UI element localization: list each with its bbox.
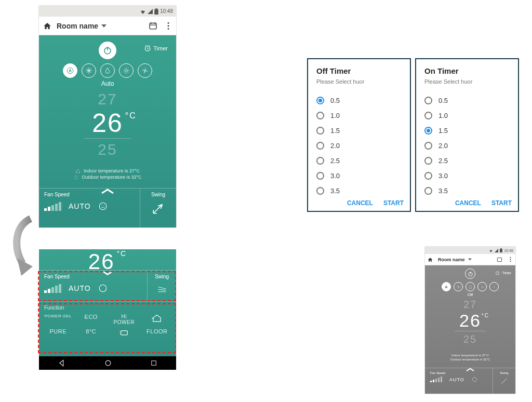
fn-comfort[interactable]: [110, 328, 138, 338]
calendar-icon[interactable]: [149, 21, 157, 30]
off-cancel-button[interactable]: CANCEL: [347, 199, 373, 207]
home-icon[interactable]: [428, 257, 433, 262]
timer-option-label: 3.5: [438, 187, 448, 195]
fanspeed-bars[interactable]: [44, 202, 61, 211]
timer-option-label: 0.5: [438, 97, 448, 104]
quiet-icon[interactable]: [472, 377, 477, 382]
mode-auto-button[interactable]: A: [63, 63, 77, 78]
swing-icon[interactable]: [152, 202, 165, 215]
timer-option[interactable]: 2.0: [416, 138, 518, 153]
home-icon[interactable]: [43, 22, 51, 30]
fanspeed-bars[interactable]: [44, 284, 61, 293]
temp-decrease[interactable]: 25: [84, 138, 131, 158]
signal-icon: [495, 249, 498, 252]
timer-option[interactable]: 2.5: [416, 153, 518, 168]
fanspeed-heading: Fan Speed: [44, 192, 135, 197]
function-heading: Function: [44, 305, 171, 311]
timer-option-label: 2.5: [438, 157, 448, 165]
mode-fan-button[interactable]: [489, 282, 499, 291]
fn-home[interactable]: [143, 314, 171, 325]
timer-option[interactable]: 3.5: [308, 183, 410, 198]
signal-icon: [148, 9, 153, 14]
svg-rect-18: [500, 249, 502, 252]
timer-option[interactable]: 3.5: [416, 183, 518, 198]
timer-option-label: 2.0: [330, 142, 340, 150]
mode-heat-button[interactable]: [119, 63, 134, 78]
timer-option[interactable]: 1.0: [416, 108, 518, 123]
scroll-arrow: [10, 216, 42, 278]
expand-icon[interactable]: [100, 187, 115, 195]
mode-fan-button[interactable]: [138, 63, 152, 78]
power-button[interactable]: [99, 42, 116, 59]
temp-increase[interactable]: 27: [39, 90, 176, 108]
indoor-icon: [75, 168, 81, 173]
collapse-icon[interactable]: [101, 270, 114, 276]
on-timer-subtitle: Please Select huor: [424, 78, 510, 85]
swing-icon[interactable]: [156, 284, 168, 296]
calendar-icon[interactable]: [497, 257, 502, 262]
bottom-panel: Fan Speed AUTO Swing: [39, 188, 176, 227]
on-start-button[interactable]: START: [491, 199, 512, 207]
timer-option[interactable]: 3.0: [308, 168, 410, 183]
mode-cool-button[interactable]: [454, 282, 463, 291]
swing-icon[interactable]: [500, 377, 509, 385]
power-button[interactable]: [465, 269, 475, 279]
on-cancel-button[interactable]: CANCEL: [455, 199, 481, 207]
mode-cool-button[interactable]: [82, 63, 96, 78]
timer-option-label: 3.0: [330, 172, 340, 180]
mode-dry-button[interactable]: [466, 282, 475, 291]
svg-rect-17: [151, 361, 155, 365]
svg-point-23: [510, 261, 511, 262]
radio-icon: [424, 157, 432, 165]
fn-8c[interactable]: 8°C: [77, 328, 105, 338]
phone-off-state: 10:48 Room name Timer A Off 27 26°C 25 I…: [425, 247, 515, 394]
timer-option[interactable]: 0.5: [308, 93, 410, 108]
svg-rect-19: [501, 248, 502, 249]
off-start-button[interactable]: START: [383, 199, 404, 207]
status-bar: 10:48: [425, 247, 515, 254]
radio-icon: [316, 157, 324, 165]
dropdown-icon[interactable]: [101, 23, 107, 29]
fanspeed-auto[interactable]: AUTO: [69, 202, 91, 210]
radio-icon: [316, 127, 324, 135]
timer-button[interactable]: Timer: [144, 45, 168, 52]
quiet-icon[interactable]: [98, 202, 108, 211]
fn-pure[interactable]: PURE: [44, 328, 72, 338]
fn-eco[interactable]: ECO: [77, 314, 105, 325]
temperature-display: 27 26°C 25: [39, 90, 176, 158]
radio-icon: [316, 187, 324, 195]
fn-powersel[interactable]: POWER-SEL: [44, 314, 72, 325]
mode-dry-button[interactable]: [100, 63, 115, 78]
svg-text:A: A: [69, 69, 72, 73]
mode-heat-button[interactable]: [477, 282, 487, 291]
fn-hipower[interactable]: Hi POWER: [110, 314, 138, 325]
timer-option[interactable]: 0.5: [416, 93, 518, 108]
overflow-icon[interactable]: [508, 257, 513, 262]
timer-option[interactable]: 2.0: [308, 138, 410, 153]
timer-option[interactable]: 1.0: [308, 108, 410, 123]
overflow-icon[interactable]: [165, 22, 172, 30]
svg-point-22: [510, 259, 511, 260]
expand-icon[interactable]: [466, 367, 475, 372]
svg-point-26: [496, 272, 499, 275]
room-title[interactable]: Room name: [57, 22, 98, 30]
dropdown-icon[interactable]: [468, 258, 472, 261]
timer-button[interactable]: Timer: [495, 271, 511, 275]
timer-option[interactable]: 1.5: [416, 123, 518, 138]
timer-option[interactable]: 1.5: [308, 123, 410, 138]
home-nav-icon[interactable]: [104, 359, 112, 367]
fn-floor[interactable]: FLOOR: [143, 328, 171, 338]
outdoor-icon: [73, 175, 78, 180]
svg-rect-2: [150, 23, 156, 29]
recent-icon[interactable]: [151, 360, 157, 366]
temp-current: 26°C: [92, 108, 123, 138]
mode-label: Auto: [39, 80, 176, 87]
app-bar: Room name: [39, 17, 176, 35]
quiet-icon[interactable]: [98, 284, 108, 293]
radio-icon: [424, 127, 432, 135]
mode-auto-button[interactable]: A: [442, 282, 451, 291]
app-bar: Room name: [425, 254, 515, 265]
timer-option[interactable]: 2.5: [308, 153, 410, 168]
timer-option[interactable]: 3.0: [416, 168, 518, 183]
back-icon[interactable]: [58, 359, 65, 367]
